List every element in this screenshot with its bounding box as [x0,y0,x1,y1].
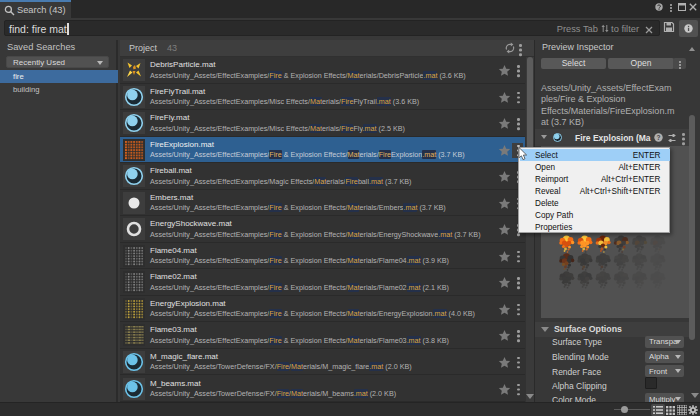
svg-text:?: ? [657,134,661,141]
